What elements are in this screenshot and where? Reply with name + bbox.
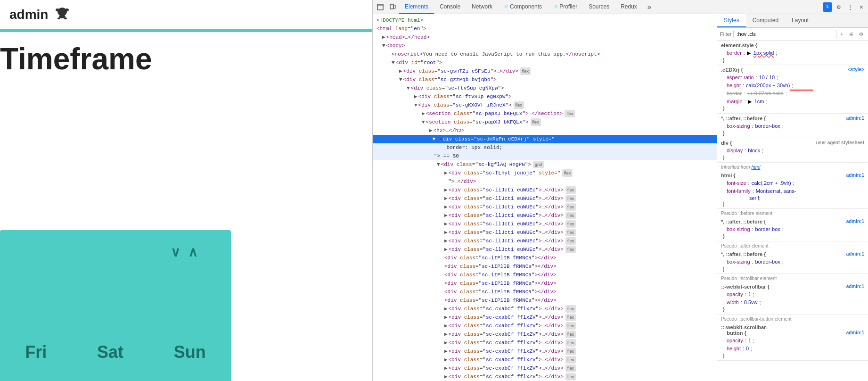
style-prop-box-sizing-before: box-sizing: border-box; — [721, 225, 864, 233]
dom-line-section2[interactable]: ▼<section class="sc-papXJ bKFQLx">flex — [373, 118, 717, 126]
chevron-down-icon[interactable]: ∨ — [171, 244, 180, 260]
tab-redux[interactable]: Redux — [615, 0, 643, 14]
style-prop-font-size: font-size: calc(.2cm + .9vh); — [721, 179, 864, 187]
style-close-div: } — [721, 155, 864, 160]
style-prop-border-eEDXrj: border: ++ 0.07cm solid; — [721, 90, 864, 98]
day-fri: Fri — [25, 342, 47, 362]
style-block-pseudo-after: *, ::after, ::before { admin:1 box-sizin… — [717, 249, 868, 274]
device-icon[interactable] — [387, 1, 398, 13]
dom-sc-llJcti-3[interactable]: ▶<div class="sc-llJcti euWUEc">…</div>fl… — [373, 203, 717, 211]
tab-console[interactable]: Console — [434, 0, 466, 14]
dom-tree[interactable]: <!DOCTYPE html> <html lang="en"> ▶<head>… — [373, 14, 717, 381]
dom-sc-llJcti-8[interactable]: ▶<div class="sc-llJcti euWUEc">…</div>fl… — [373, 245, 717, 254]
style-close-scrollbar: } — [721, 306, 864, 312]
styles-panel: Styles Computed Layout Filter + 🖨 ⚙ elem… — [717, 14, 868, 381]
style-prop-aspect-ratio: aspect-ratio: 10 / 10; — [721, 74, 864, 82]
style-selector-scrollbar: ::-webkit-scrollbar { admin:1 — [721, 284, 864, 290]
inspect-icon[interactable] — [375, 1, 386, 13]
style-prop-margin: margin: ▶ 1cm; — [721, 98, 864, 106]
dom-line-root[interactable]: ▼<div id="root"> — [373, 58, 717, 67]
admin-header: admin — [0, 0, 372, 29]
tab-network[interactable]: Network — [466, 0, 498, 14]
dom-sc-iIPlIB-6[interactable]: <div class="sc-iIPlIB fRMNCa"></div> — [373, 296, 717, 305]
dom-sc-llJcti-4[interactable]: ▶<div class="sc-llJcti euWUEc">…</div>fl… — [373, 211, 717, 220]
style-selector-div: div { user agent stylesheet — [721, 140, 864, 146]
style-prop-display: display: block; — [721, 147, 864, 155]
dom-line-sc-gsnTZi[interactable]: ▶<div class="sc-gsnTZi cSFsEu">…</div>fl… — [373, 67, 717, 75]
dom-sc-iIPlIB-5[interactable]: <div class="sc-iIPlIB fRMNCa"></div> — [373, 288, 717, 296]
styles-filter-input[interactable] — [733, 30, 836, 38]
dom-sc-llJcti-1[interactable]: ▶<div class="sc-llJcti euWUEc">…</div>fl… — [373, 186, 717, 194]
dom-line-section1[interactable]: ▶<section class="sc-papXJ bKFQLx">…</sec… — [373, 109, 717, 118]
tab-components[interactable]: ⚛Components — [498, 0, 548, 14]
style-prop-width-scrollbar: width: 0.5vw; — [721, 298, 864, 306]
dom-sc-cxabCf-2[interactable]: ▶<div class="sc-cxabCf fflxZV">…</div>fl… — [373, 313, 717, 322]
chevron-up-icon[interactable]: ∧ — [188, 244, 198, 260]
style-prop-opacity-scrollbar-btn: opacity: 1; — [721, 337, 864, 345]
print-style-button[interactable]: 🖨 — [847, 31, 855, 38]
style-close-element: } — [721, 57, 864, 63]
dom-sc-iIPlIB-1[interactable]: <div class="sc-iIPlIB fRMNCa"></div> — [373, 254, 717, 262]
subtab-computed[interactable]: Computed — [746, 14, 785, 27]
dom-close-div: ">…</div> — [373, 177, 717, 186]
dom-sc-cxabCf-9[interactable]: ▶<div class="sc-cxabCf fflxZV">…</div>fl… — [373, 373, 717, 381]
close-icon[interactable]: ✕ — [857, 2, 866, 12]
dom-sc-llJcti-6[interactable]: ▶<div class="sc-llJcti euWUEc">…</div>fl… — [373, 228, 717, 237]
dom-line-sc-gKXOVf[interactable]: ▼<div class="sc-gKXOVf iRJneX">flex — [373, 101, 717, 109]
dom-sc-cxabCf-3[interactable]: ▶<div class="sc-cxabCf fflxZV">…</div>fl… — [373, 322, 717, 330]
svg-point-4 — [57, 17, 60, 19]
tab-sources[interactable]: Sources — [583, 0, 615, 14]
dom-line-sc-ftvSup1[interactable]: ▼<div class="sc-ftvSup egNXpw"> — [373, 84, 717, 92]
subtab-styles[interactable]: Styles — [717, 14, 746, 27]
style-selector-pseudo-after: *, ::after, ::before { admin:1 — [721, 251, 864, 257]
dom-line-noscript[interactable]: <noscript>You need to enable JavaScript … — [373, 50, 717, 58]
settings-style-button[interactable]: ⚙ — [857, 31, 865, 38]
dom-line-body[interactable]: ▼<body> — [373, 41, 717, 50]
dom-line-sc-gzzPqb[interactable]: ▼<div class="sc-gzzPqb bvjqbo"> — [373, 75, 717, 84]
dom-line-h2[interactable]: ▶<h2>…</h2> — [373, 126, 717, 135]
dom-line-sc-kgflAQ[interactable]: ▼<div class="sc-kgflAQ HngPG">grid — [373, 160, 717, 169]
style-block-element: element.style { border: ▶ 1px solid; } — [717, 41, 868, 65]
dom-sc-cxabCf-4[interactable]: ▶<div class="sc-cxabCf fflxZV">…</div>fl… — [373, 330, 717, 339]
dom-sc-iIPlIB-4[interactable]: <div class="sc-iIPlIB fRMNCa"></div> — [373, 279, 717, 288]
svg-point-1 — [56, 8, 59, 11]
dom-line-sc-ftvSup2[interactable]: ▶<div class="sc-ftvSup egNXpw"> — [373, 92, 717, 101]
style-selector-eEDXrj: .eEDXrj { <style> — [721, 67, 864, 73]
style-block-scrollbar-btn: ::-webkit-scrollbar- button { admin:1 op… — [717, 323, 868, 361]
dom-line-sc-fLhyt[interactable]: ▶<div class="sc-fLhyt jcnoje" style="fle… — [373, 169, 717, 177]
add-style-button[interactable]: + — [838, 31, 845, 38]
style-close-eEDXrj: } — [721, 106, 864, 111]
filter-icon: Filter — [720, 31, 731, 37]
style-prop-opacity-scrollbar: opacity: 1; — [721, 290, 864, 298]
more-tabs-button[interactable]: » — [644, 1, 655, 13]
dom-sc-cxabCf-6[interactable]: ▶<div class="sc-cxabCf fflxZV">…</div>fl… — [373, 347, 717, 356]
dom-sc-cxabCf-1[interactable]: ▶<div class="sc-cxabCf fflxZV">…</div>fl… — [373, 305, 717, 313]
dom-line-selected[interactable]: ▼ <div class="sc-dmRaPn eEDXrj" style=" — [373, 135, 717, 143]
dom-sc-cxabCf-5[interactable]: ▶<div class="sc-cxabCf fflxZV">…</div>fl… — [373, 339, 717, 347]
devtools-body: <!DOCTYPE html> <html lang="en"> ▶<head>… — [373, 14, 868, 381]
dom-line-html[interactable]: <html lang="en"> — [373, 25, 717, 33]
dom-sc-iIPlIB-3[interactable]: <div class="sc-iIPlIB fRMNCa"></div> — [373, 271, 717, 279]
dom-sc-llJcti-7[interactable]: ▶<div class="sc-llJcti euWUEc">…</div>fl… — [373, 237, 717, 245]
dom-sc-iIPlIB-2[interactable]: <div class="sc-iIPlIB fRMNCa"></div> — [373, 262, 717, 271]
more-options-icon[interactable]: ⋮ — [845, 2, 855, 12]
dom-sc-cxabCf-8[interactable]: ▶<div class="sc-cxabCf fflxZV">…</div>fl… — [373, 364, 717, 373]
dom-sc-llJcti-2[interactable]: ▶<div class="sc-llJcti euWUEc">…</div>fl… — [373, 194, 717, 203]
day-labels: Fri Sat Sun — [0, 342, 231, 362]
notifications-icon[interactable]: 1 — [823, 2, 832, 12]
dom-sc-llJcti-5[interactable]: ▶<div class="sc-llJcti euWUEc">…</div>fl… — [373, 220, 717, 228]
style-block-html: html { admin:1 font-size: calc(.2cm + .9… — [717, 171, 868, 209]
dom-line-doctype[interactable]: <!DOCTYPE html> — [373, 16, 717, 25]
settings-icon[interactable]: ⚙ — [834, 2, 843, 12]
tab-profiler[interactable]: ⚛Profiler — [548, 0, 583, 14]
style-prop-box-sizing: box-sizing: border-box; — [721, 122, 864, 130]
tab-elements[interactable]: Elements — [399, 0, 434, 14]
dom-line-head[interactable]: ▶<head>…</head> — [373, 33, 717, 41]
calendar-box: ∨ ∧ Fri Sat Sun — [0, 230, 231, 381]
left-panel: admin Timeframe ∨ ∧ Fri Sat Sun — [0, 0, 372, 381]
devtools-toolbar: Elements Console Network ⚛Components ⚛Pr… — [373, 0, 868, 14]
subtab-layout[interactable]: Layout — [785, 14, 815, 27]
dom-sc-cxabCf-7[interactable]: ▶<div class="sc-cxabCf fflxZV">…</div>fl… — [373, 356, 717, 364]
style-prop-height-scrollbar-btn: height: 0; — [721, 345, 864, 353]
pseudo-scrollbar-btn-label: Pseudo ::scrollbar-button element — [717, 315, 868, 323]
